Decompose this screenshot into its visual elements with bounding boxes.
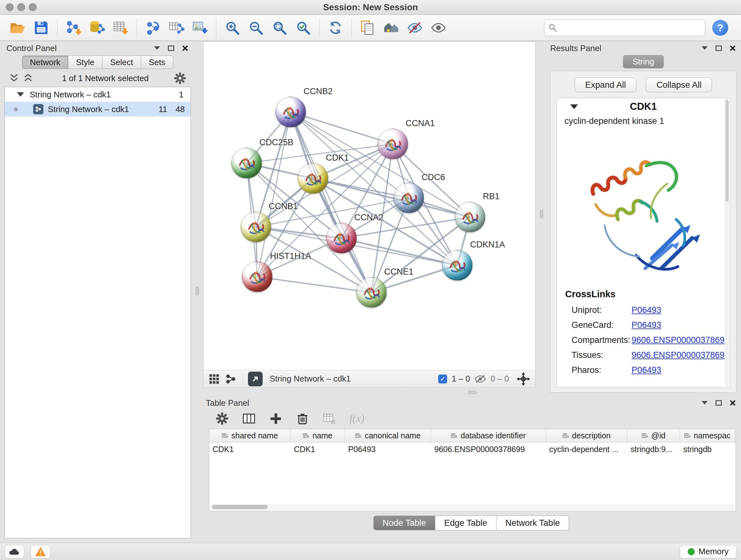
node-CDK1[interactable] — [298, 163, 328, 194]
column-header-database-identifier[interactable]: database identifier — [431, 429, 546, 442]
tab-network[interactable]: Network — [22, 56, 68, 69]
edge-HIST1H1A-CCNE1[interactable] — [257, 277, 372, 293]
cell-description[interactable]: cyclin-dependent ... — [546, 445, 627, 454]
pan-crosshair-icon[interactable] — [514, 372, 530, 386]
crosslink-uniprot-link[interactable]: P06493 — [631, 305, 661, 315]
close-window-button[interactable] — [6, 3, 14, 11]
node-HIST1H1A[interactable] — [242, 261, 273, 292]
node-CCNA2[interactable] — [326, 223, 357, 253]
collection-disclosure-icon[interactable] — [17, 92, 24, 97]
table-options-gear-icon[interactable] — [215, 412, 229, 425]
minimize-window-button[interactable] — [17, 3, 25, 11]
import-network-database-button[interactable] — [87, 18, 107, 38]
tab-style[interactable]: Style — [68, 56, 103, 69]
results-vertical-scrollbar[interactable] — [725, 99, 729, 386]
help-button[interactable]: ? — [712, 20, 728, 36]
zoom-selected-button[interactable] — [293, 18, 313, 38]
show-columns-icon[interactable] — [242, 412, 256, 425]
column-header-name[interactable]: name — [291, 429, 345, 442]
tab-network-table[interactable]: Network Table — [496, 516, 569, 530]
zoom-out-button[interactable] — [246, 18, 266, 38]
tab-node-table[interactable]: Node Table — [374, 516, 435, 530]
results-panel-collapse-icon[interactable] — [701, 44, 709, 52]
column-header-canonical-name[interactable]: canonical name — [345, 429, 431, 442]
cell-name[interactable]: CDK1 — [291, 445, 345, 454]
zoom-window-button[interactable] — [29, 3, 37, 11]
node-RB1[interactable] — [455, 202, 485, 233]
right-divider-handle[interactable] — [540, 209, 543, 219]
scrollbar-thumb[interactable] — [212, 505, 268, 509]
node-CCNB1[interactable] — [241, 212, 271, 242]
left-divider-handle[interactable] — [196, 287, 199, 296]
column-header-id[interactable]: @id — [627, 429, 680, 442]
crosslink-genecard-link[interactable]: P06493 — [631, 320, 661, 330]
crosslink-compartments-link[interactable]: 9606.ENSP00000378699 — [631, 335, 729, 345]
node-CCNA1[interactable] — [378, 129, 408, 159]
search-input[interactable] — [560, 23, 701, 33]
export-image-button[interactable] — [191, 18, 210, 38]
network-collection-row[interactable]: String Network – cdk1 1 — [5, 87, 191, 102]
open-in-new-window-button[interactable] — [248, 372, 263, 386]
import-table-button[interactable] — [111, 18, 130, 38]
tab-string[interactable]: String — [623, 55, 664, 68]
network-row[interactable]: String Network – cdk1 11 48 — [5, 102, 191, 117]
results-panel-close-icon[interactable] — [729, 44, 737, 52]
table-panel-float-icon[interactable] — [715, 399, 723, 407]
edge-CCNB2-CCNA1[interactable] — [291, 112, 393, 144]
table-panel-collapse-icon[interactable] — [701, 399, 709, 407]
column-header-description[interactable]: description — [546, 429, 627, 442]
birdseye-grid-icon[interactable] — [209, 374, 219, 384]
cell-id[interactable]: stringdb:9... — [627, 445, 680, 454]
show-details-button[interactable] — [429, 18, 448, 38]
cell-database-identifier[interactable]: 9606.ENSP00000378699 — [431, 445, 546, 454]
cell-canonical-name[interactable]: P06493 — [345, 445, 431, 454]
crosslink-tissues-link[interactable]: 9606.ENSP00000378699 — [631, 350, 729, 360]
tab-sets[interactable]: Sets — [141, 56, 173, 69]
expand-all-tree-icon[interactable] — [9, 73, 19, 83]
scrollbar-thumb[interactable] — [725, 100, 729, 202]
network-share-icon[interactable] — [225, 374, 236, 384]
column-header-namespac[interactable]: namespac — [680, 429, 735, 442]
zoom-in-button[interactable] — [223, 18, 242, 38]
node-CDC25B[interactable] — [231, 148, 262, 179]
entry-disclosure-icon[interactable] — [570, 105, 578, 109]
save-session-button[interactable] — [31, 18, 51, 38]
edge-CCNB2-CCNE1[interactable] — [291, 112, 372, 293]
control-panel-collapse-icon[interactable] — [153, 44, 161, 52]
crosslink-pharos-link[interactable]: P06493 — [631, 365, 661, 375]
home-button[interactable] — [382, 18, 401, 38]
network-canvas[interactable]: CCNB2CCNA1CDC25BCDK1CDC6RB1CCNB1CCNA2CDK… — [204, 42, 535, 370]
collapse-all-button[interactable]: Collapse All — [646, 78, 712, 92]
table-panel-close-icon[interactable] — [729, 399, 737, 407]
memory-button[interactable]: Memory — [680, 545, 737, 558]
cloud-status-button[interactable] — [4, 545, 24, 558]
table-horizontal-scrollbar[interactable] — [210, 504, 735, 510]
control-panel-float-icon[interactable] — [167, 44, 175, 52]
collapse-all-tree-icon[interactable] — [23, 73, 33, 83]
search-box[interactable] — [544, 19, 705, 36]
new-network-button[interactable] — [143, 18, 162, 38]
clone-network-button[interactable] — [167, 18, 186, 38]
column-header-shared-name[interactable]: shared name — [209, 429, 291, 442]
tab-edge-table[interactable]: Edge Table — [435, 516, 496, 530]
apply-layout-button[interactable] — [326, 18, 345, 38]
zoom-fit-button[interactable] — [270, 18, 289, 38]
node-CCNB2[interactable] — [275, 97, 306, 127]
node-CDKN1A[interactable] — [442, 250, 473, 281]
hidden-eye-slash-icon[interactable] — [475, 374, 486, 384]
delete-column-trash-icon[interactable] — [296, 412, 309, 425]
cell-shared-name[interactable]: CDK1 — [209, 445, 291, 454]
tab-select[interactable]: Select — [102, 56, 141, 69]
import-network-file-button[interactable] — [64, 18, 83, 38]
network-options-gear-icon[interactable] — [174, 72, 186, 84]
add-column-icon[interactable] — [269, 412, 282, 425]
selection-checkbox-icon[interactable]: ✓ — [438, 374, 447, 383]
table-row[interactable]: CDK1CDK1P064939606.ENSP00000378699cyclin… — [209, 442, 736, 456]
cell-namespac[interactable]: stringdb — [680, 445, 735, 454]
hide-details-button[interactable] — [405, 18, 424, 38]
expand-all-button[interactable]: Expand All — [575, 78, 636, 92]
node-CCNE1[interactable] — [356, 277, 387, 308]
bottom-divider-handle[interactable] — [468, 391, 477, 394]
warnings-button[interactable] — [30, 545, 51, 558]
control-panel-close-icon[interactable] — [181, 44, 189, 52]
